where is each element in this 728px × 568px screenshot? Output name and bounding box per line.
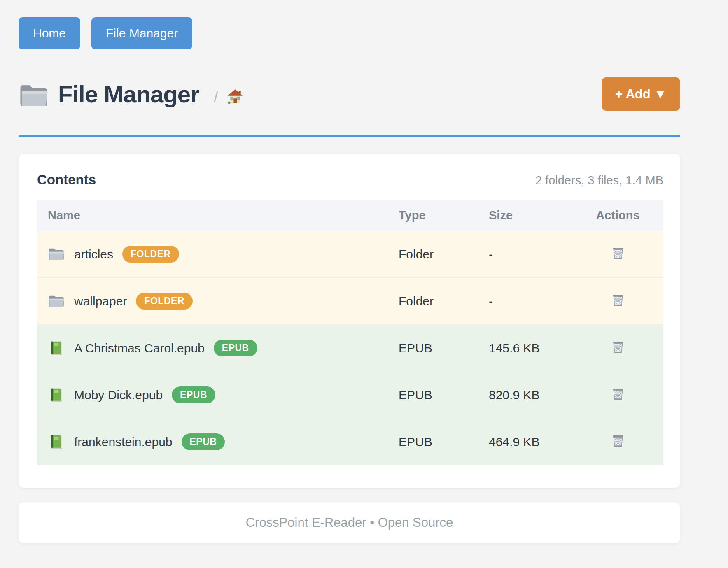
file-type-badge: EPUB	[214, 340, 257, 356]
folder-icon	[48, 246, 64, 263]
file-actions-cell	[572, 338, 663, 358]
file-size-cell: -	[484, 247, 572, 261]
file-type-cell: EPUB	[393, 435, 484, 449]
delete-button[interactable]	[609, 244, 628, 263]
nav-home-button[interactable]: Home	[19, 17, 80, 49]
table-row: articles FOLDER Folder -	[37, 231, 663, 277]
file-table-header-row: Name Type Size Actions	[37, 200, 663, 231]
folder-icon	[19, 81, 48, 107]
column-header-type: Type	[393, 209, 484, 222]
delete-button[interactable]	[609, 338, 628, 357]
file-type-cell: EPUB	[393, 341, 484, 355]
file-name-link[interactable]: A Christmas Carol.epub	[74, 341, 205, 355]
table-row: A Christmas Carol.epub EPUB EPUB 145.6 K…	[37, 324, 663, 371]
delete-button[interactable]	[609, 291, 628, 310]
house-icon[interactable]	[226, 87, 245, 105]
table-row: frankenstein.epub EPUB EPUB 464.9 KB	[37, 418, 663, 465]
file-name-cell: A Christmas Carol.epub EPUB	[37, 340, 393, 356]
column-header-actions: Actions	[572, 209, 663, 222]
file-type-cell: Folder	[393, 294, 484, 308]
file-name-cell: articles FOLDER	[37, 246, 393, 263]
table-row: Moby Dick.epub EPUB EPUB 820.9 KB	[37, 371, 663, 418]
file-actions-cell	[572, 432, 663, 452]
file-type-cell: EPUB	[393, 388, 484, 402]
file-actions-cell	[572, 244, 663, 264]
file-type-badge: FOLDER	[136, 293, 193, 310]
delete-button[interactable]	[609, 432, 628, 451]
file-size-cell: -	[484, 294, 572, 308]
header-divider	[19, 135, 680, 137]
file-name-link[interactable]: articles	[74, 247, 113, 261]
delete-button[interactable]	[609, 385, 628, 404]
contents-summary: 2 folders, 3 files, 1.4 MB	[535, 174, 663, 187]
file-name-cell: wallpaper FOLDER	[37, 293, 393, 310]
green-book-icon	[48, 387, 64, 403]
trash-icon	[610, 433, 626, 450]
trash-icon	[610, 339, 626, 356]
title-group: File Manager /	[19, 80, 245, 108]
file-name-cell: frankenstein.epub EPUB	[37, 433, 393, 450]
contents-title: Contents	[37, 172, 96, 188]
file-type-badge: FOLDER	[122, 246, 179, 263]
green-book-icon	[48, 340, 64, 356]
file-name-link[interactable]: wallpaper	[74, 294, 127, 308]
table-row: wallpaper FOLDER Folder -	[37, 277, 663, 324]
file-table: Name Type Size Actions articles FOLDER F…	[37, 200, 663, 465]
page-title: File Manager	[58, 80, 199, 108]
file-type-badge: EPUB	[172, 386, 215, 403]
file-name-cell: Moby Dick.epub EPUB	[37, 386, 393, 403]
footer-text: CrossPoint E-Reader • Open Source	[246, 515, 453, 530]
column-header-size: Size	[484, 209, 572, 222]
trash-icon	[610, 245, 626, 262]
file-size-cell: 145.6 KB	[484, 341, 572, 355]
folder-icon	[48, 293, 64, 310]
top-nav: Home File Manager	[19, 17, 680, 49]
column-header-name: Name	[37, 209, 393, 222]
contents-card-header: Contents 2 folders, 3 files, 1.4 MB	[37, 172, 663, 188]
footer-card: CrossPoint E-Reader • Open Source	[19, 502, 680, 543]
file-table-body: articles FOLDER Folder - wallpaper	[37, 231, 663, 465]
green-book-icon	[48, 434, 64, 450]
file-size-cell: 464.9 KB	[484, 435, 572, 449]
trash-icon	[610, 386, 626, 403]
file-name-link[interactable]: frankenstein.epub	[74, 435, 173, 449]
nav-file-manager-button[interactable]: File Manager	[91, 17, 192, 49]
add-button[interactable]: + Add ▼	[602, 77, 680, 111]
file-name-link[interactable]: Moby Dick.epub	[74, 388, 163, 402]
page: Home File Manager File Manager / + Add ▼	[0, 0, 728, 543]
page-header: File Manager / + Add ▼	[19, 77, 680, 111]
file-actions-cell	[572, 291, 663, 311]
breadcrumb-separator: /	[214, 88, 218, 106]
file-size-cell: 820.9 KB	[484, 388, 572, 402]
file-type-cell: Folder	[393, 247, 484, 261]
trash-icon	[610, 292, 626, 309]
file-type-badge: EPUB	[182, 433, 225, 450]
file-actions-cell	[572, 385, 663, 405]
contents-card: Contents 2 folders, 3 files, 1.4 MB Name…	[19, 154, 680, 488]
